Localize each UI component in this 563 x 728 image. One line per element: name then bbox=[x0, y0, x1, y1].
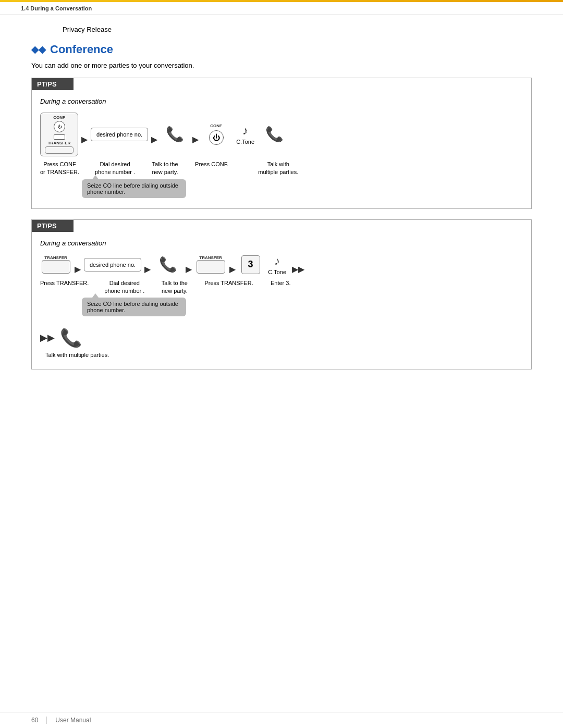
box2-transfer-label2: TRANSFER bbox=[199, 255, 222, 260]
box1-music-note: ♪ bbox=[242, 124, 248, 138]
privacy-release-label: Privacy Release bbox=[31, 26, 532, 33]
box1-lbl3: Talk to thenew party. bbox=[151, 161, 179, 176]
box2-ctone-label: C.Tone bbox=[268, 269, 286, 275]
box1-lbl2: Dial desiredphone number . bbox=[95, 161, 135, 176]
box2-step5-number: 3 bbox=[239, 255, 262, 274]
diamond-icons: ◆◆ bbox=[31, 44, 46, 55]
box1-arrow3: ▶ bbox=[192, 134, 199, 144]
box1-desired-phone-text: desired phone no. bbox=[96, 131, 142, 138]
box2-transfer-label-top: TRANSFER bbox=[44, 255, 67, 260]
box1-step1-btn: CONF ⏻ TRANSFER bbox=[40, 113, 78, 156]
box1-arrow1: ▶ bbox=[81, 134, 88, 144]
box1-step2-btn: desired phone no. bbox=[91, 128, 148, 141]
box2-step2-btn: desired phone no. bbox=[84, 258, 141, 272]
section-title-text: 1.4 During a Conversation bbox=[21, 5, 92, 11]
box2-bottom-double-arrow: ▶▶ bbox=[40, 332, 55, 343]
box2-bottom-row: ▶▶ 📞 bbox=[40, 329, 523, 347]
box1-nnd-btn bbox=[54, 134, 65, 140]
box1-note-section: Seize CO line before dialing outside pho… bbox=[82, 179, 523, 198]
box2-lbl6: Talk with multiple parties. bbox=[45, 352, 109, 358]
box2-desired-phone-box: desired phone no. bbox=[84, 258, 141, 272]
box1-conf-power-icon2: ⏻ bbox=[213, 133, 220, 142]
box2-step4-btn: TRANSFER bbox=[195, 255, 226, 274]
box1-flow-visual: CONF ⏻ TRANSFER ▶ desired phone no. bbox=[40, 113, 523, 156]
conference-heading: ◆◆ Conference bbox=[31, 43, 532, 56]
box1-conf-power-icon: ⏻ bbox=[57, 125, 62, 129]
box1-conf-circle: ⏻ bbox=[54, 121, 65, 132]
box1-lbl4: Press CONF. bbox=[195, 161, 228, 168]
box1-step3-icon: 📞 bbox=[161, 127, 189, 142]
box2-bottom-label: Talk with multiple parties. bbox=[45, 351, 523, 359]
box2-music-note: ♪ bbox=[274, 254, 280, 268]
box1-transfer-rect bbox=[45, 146, 74, 154]
box2-transfer-btn-rect bbox=[42, 260, 70, 274]
section-header: 1.4 During a Conversation bbox=[0, 2, 563, 15]
box2-step3-icon: 📞 bbox=[154, 257, 182, 272]
box2-lbl2: Dial desiredphone number . bbox=[104, 279, 144, 295]
box2-desired-phone-text: desired phone no. bbox=[90, 262, 136, 268]
box1-labels-row: Press CONFor TRANSFER. Dial desiredphone… bbox=[40, 161, 523, 176]
box2-transfer-btn-rect2 bbox=[197, 260, 225, 274]
box2-lbl1: Press TRANSFER. bbox=[40, 279, 89, 287]
box2-step1-btn: TRANSFER bbox=[40, 255, 71, 274]
box1-transfer-label: TRANSFER bbox=[48, 141, 71, 145]
box1-step5-icon: 📞 bbox=[260, 127, 289, 142]
box1-body: During a conversation CONF ⏻ TRANSFER bbox=[32, 90, 531, 208]
box2-container: PT/PS During a conversation TRANSFER ▶ d… bbox=[31, 219, 532, 370]
box2-double-arrow: ▶▶ bbox=[292, 264, 304, 274]
box1-during-label: During a conversation bbox=[40, 97, 523, 105]
box2-body: During a conversation TRANSFER ▶ desired… bbox=[32, 232, 531, 369]
box1-ctone-label: C.Tone bbox=[236, 139, 254, 145]
box2-bottom-phone-icon: 📞 bbox=[60, 329, 82, 347]
box2-lbl3: Talk to thenew party. bbox=[160, 279, 189, 295]
box2-number-box: 3 bbox=[241, 255, 260, 274]
box1-phone-icon2: 📞 bbox=[265, 127, 284, 142]
box1-note-text: Seize CO line before dialing outside pho… bbox=[87, 182, 178, 195]
box2-labels-row: Press TRANSFER. Dial desiredphone number… bbox=[40, 279, 523, 295]
box1-header: PT/PS bbox=[32, 78, 74, 90]
box1-step4-btn: CONF ⏻ bbox=[202, 124, 230, 146]
box1-conf-transfer-btn: CONF ⏻ TRANSFER bbox=[40, 113, 78, 156]
box2-number-text: 3 bbox=[248, 259, 253, 270]
conference-title: Conference bbox=[50, 43, 113, 56]
box2-ctone: ♪ C.Tone bbox=[265, 254, 289, 275]
box2-arrow1: ▶ bbox=[75, 264, 81, 274]
box1-lbl1: Press CONFor TRANSFER. bbox=[40, 161, 79, 176]
box2-during-label: During a conversation bbox=[40, 239, 523, 247]
box2-note-bubble: Seize CO line before dialing outside pho… bbox=[82, 298, 186, 316]
box1-desired-phone-box: desired phone no. bbox=[91, 128, 148, 141]
box2-arrow4: ▶ bbox=[229, 264, 236, 274]
box1-note-bubble: Seize CO line before dialing outside pho… bbox=[82, 179, 186, 198]
box1-phone-icon1: 📞 bbox=[166, 127, 184, 142]
box2-lbl4: Press TRANSFER. bbox=[204, 279, 253, 287]
box1-conf-circle2: ⏻ bbox=[209, 130, 224, 145]
box1-conf-label: CONF bbox=[53, 115, 65, 120]
box2-arrow2: ▶ bbox=[144, 264, 151, 274]
box1-conf-label2: CONF bbox=[210, 124, 222, 128]
box2-flow-visual: TRANSFER ▶ desired phone no. ▶ 📞 ▶ bbox=[40, 254, 523, 275]
box2-note-text: Seize CO line before dialing outside pho… bbox=[87, 301, 178, 313]
box2-note-section: Seize CO line before dialing outside pho… bbox=[82, 298, 523, 316]
box1-arrow2: ▶ bbox=[151, 134, 157, 144]
box2-phone-icon1: 📞 bbox=[159, 257, 177, 272]
box1-lbl5: Talk withmultiple parties. bbox=[258, 161, 298, 176]
box1-container: PT/PS During a conversation CONF ⏻ TRANS… bbox=[31, 78, 532, 209]
box2-lbl5: Enter 3. bbox=[269, 279, 292, 287]
footer-label: User Manual bbox=[55, 717, 91, 724]
footer-divider bbox=[46, 717, 47, 724]
box2-arrow3: ▶ bbox=[186, 264, 192, 274]
footer-page: 60 bbox=[31, 717, 38, 724]
conference-description: You can add one or more parties to your … bbox=[31, 61, 532, 69]
box2-header: PT/PS bbox=[32, 220, 74, 232]
box1-ctone: ♪ C.Tone bbox=[234, 124, 257, 145]
